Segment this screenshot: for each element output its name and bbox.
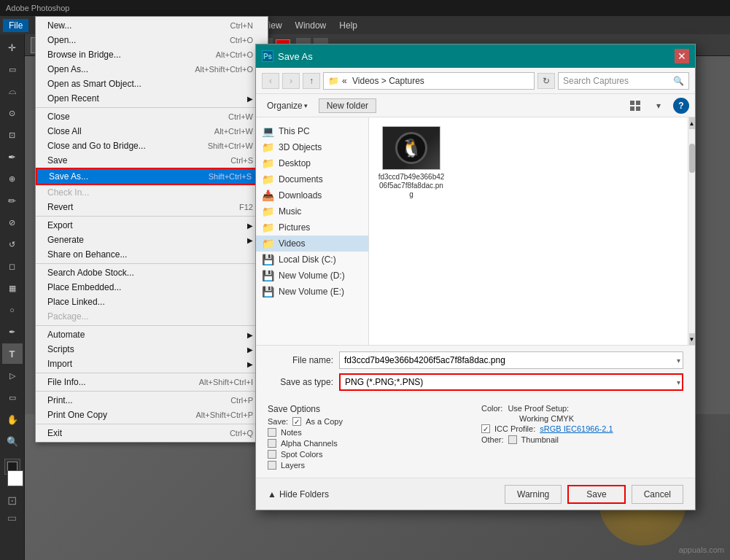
menu-file-info[interactable]: File Info... Alt+Shift+Ctrl+I <box>36 375 268 389</box>
layers-checkbox[interactable] <box>268 461 276 470</box>
file-item-png[interactable]: 🐧 fd3ccd7b49e366b4206f5ac7f8fa8dac.png <box>375 123 448 202</box>
tool-dodge[interactable]: ○ <box>2 300 23 320</box>
sidebar-desktop[interactable]: 📁 Desktop <box>256 155 368 171</box>
scroll-up-arrow[interactable]: ▲ <box>689 117 695 129</box>
menu-new[interactable]: New... Ctrl+N <box>36 18 268 33</box>
menu-open-as[interactable]: Open As... Alt+Shift+Ctrl+O <box>36 62 268 77</box>
filename-input[interactable] <box>339 351 683 369</box>
alpha-channels-checkbox[interactable] <box>268 439 276 448</box>
sidebar-downloads[interactable]: 📥 Downloads <box>256 187 368 203</box>
scrollbar[interactable]: ▲ ▼ <box>688 117 695 345</box>
sidebar-new-volume-e[interactable]: 💾 New Volume (E:) <box>256 284 368 300</box>
sidebar-music[interactable]: 📁 Music <box>256 203 368 219</box>
nav-search-box[interactable]: Search Captures 🔍 <box>558 72 689 90</box>
tool-move[interactable]: ✛ <box>2 37 23 58</box>
menu-close-all[interactable]: Close All Alt+Ctrl+W <box>36 124 268 139</box>
menu-share-behance[interactable]: Share on Behance... <box>36 247 268 262</box>
other-label: Other: <box>481 435 504 444</box>
color-row: Color: Use Proof Setup: <box>481 404 683 413</box>
icc-profile-value[interactable]: sRGB IEC61966-2.1 <box>540 424 613 433</box>
menu-file[interactable]: File <box>3 19 28 32</box>
screen-mode-btn[interactable]: ▭ <box>7 512 17 524</box>
menu-export[interactable]: Export ▶ <box>36 218 268 233</box>
tool-shape[interactable]: ▭ <box>2 387 23 408</box>
menu-save[interactable]: Save Ctrl+S <box>36 153 268 168</box>
new-folder-button[interactable]: New folder <box>319 98 376 113</box>
nav-back-button[interactable]: ‹ <box>262 73 279 89</box>
sidebar-new-volume-d[interactable]: 💾 New Volume (D:) <box>256 268 368 284</box>
tool-path-select[interactable]: ▷ <box>2 365 23 386</box>
hide-folders-button[interactable]: ▲ Hide Folders <box>268 489 329 499</box>
menu-print-one[interactable]: Print One Copy Alt+Shift+Ctrl+P <box>36 408 268 422</box>
tool-quick-select[interactable]: ⊙ <box>2 103 23 123</box>
sidebar-documents[interactable]: 📁 Documents <box>256 171 368 187</box>
menu-close[interactable]: Close Ctrl+W <box>36 109 268 124</box>
cancel-button[interactable]: Cancel <box>632 485 683 504</box>
nav-refresh-button[interactable]: ↻ <box>537 73 555 89</box>
view-options-button[interactable] <box>626 98 644 114</box>
menu-open-smart[interactable]: Open as Smart Object... <box>36 77 268 91</box>
menu-print[interactable]: Print... Ctrl+P <box>36 393 268 408</box>
thumbnail-circle: 🐧 <box>395 132 427 164</box>
tool-zoom[interactable]: 🔍 <box>2 431 23 451</box>
menu-generate[interactable]: Generate ▶ <box>36 233 268 247</box>
notes-row: Notes <box>268 428 470 437</box>
menu-automate[interactable]: Automate ▶ <box>36 327 268 342</box>
tool-brush[interactable]: ✏ <box>2 190 23 211</box>
nav-up-button[interactable]: ↑ <box>303 73 320 89</box>
menu-open-recent[interactable]: Open Recent ▶ <box>36 91 268 106</box>
menu-close-bridge[interactable]: Close and Go to Bridge... Shift+Ctrl+W <box>36 139 268 153</box>
menu-search-stock[interactable]: Search Adobe Stock... <box>36 265 268 280</box>
menu-window[interactable]: Window <box>290 19 333 32</box>
menu-revert[interactable]: Revert F12 <box>36 200 268 214</box>
dialog-files: 🐧 fd3ccd7b49e366b4206f5ac7f8fa8dac.png <box>369 117 688 345</box>
view-dropdown-button[interactable]: ▾ <box>650 98 667 114</box>
sidebar-pictures[interactable]: 📁 Pictures <box>256 219 368 236</box>
tool-history-brush[interactable]: ↺ <box>2 234 23 254</box>
menu-help[interactable]: Help <box>333 19 363 32</box>
sidebar-local-disk-c[interactable]: 💾 Local Disk (C:) <box>256 252 368 268</box>
notes-checkbox[interactable] <box>268 428 276 437</box>
filename-row: File name: ▾ <box>268 351 683 369</box>
menu-place-embedded[interactable]: Place Embedded... <box>36 280 268 295</box>
savetype-select[interactable]: PNG (*.PNG;*.PNS) <box>339 373 683 391</box>
icc-profile-checkbox[interactable] <box>481 424 490 433</box>
scroll-thumb[interactable] <box>689 144 695 173</box>
nav-path-bar[interactable]: 📁 « Videos > Captures <box>323 72 535 90</box>
sidebar-this-pc[interactable]: 💻 This PC <box>256 123 368 139</box>
tool-marquee[interactable]: ▭ <box>2 59 23 79</box>
organize-button[interactable]: Organize ▾ <box>262 98 313 113</box>
menu-exit[interactable]: Exit Ctrl+Q <box>36 426 268 440</box>
save-button[interactable]: Save <box>567 485 625 504</box>
dialog-close-button[interactable]: ✕ <box>675 49 689 63</box>
menu-place-linked[interactable]: Place Linked... <box>36 295 268 309</box>
tool-hand[interactable]: ✋ <box>2 409 23 429</box>
sidebar-3d-objects[interactable]: 📁 3D Objects <box>256 139 368 155</box>
thumbnail-checkbox[interactable] <box>508 435 517 444</box>
tool-gradient[interactable]: ▦ <box>2 278 23 298</box>
bg-color-swatch[interactable] <box>7 470 23 486</box>
tool-crop[interactable]: ⊡ <box>2 125 23 145</box>
tool-text[interactable]: T <box>2 343 23 364</box>
spot-colors-checkbox[interactable] <box>268 450 276 459</box>
as-copy-checkbox[interactable] <box>292 417 301 426</box>
tool-clone[interactable]: ⊘ <box>2 212 23 233</box>
tool-eyedropper[interactable]: ✒ <box>2 147 23 167</box>
tool-eraser[interactable]: ◻ <box>2 256 23 276</box>
sidebar-videos[interactable]: 📁 Videos <box>256 236 368 252</box>
menu-scripts[interactable]: Scripts ▶ <box>36 342 268 357</box>
scroll-down-arrow[interactable]: ▼ <box>689 333 695 345</box>
quick-mask-btn[interactable]: ⊡ <box>7 494 17 508</box>
tool-spot-heal[interactable]: ⊕ <box>2 168 23 189</box>
menu-import[interactable]: Import ▶ <box>36 357 268 371</box>
folder-icon: 📁 <box>262 141 274 153</box>
nav-forward-button[interactable]: › <box>282 73 300 89</box>
menu-save-as[interactable]: Save As... Shift+Ctrl+S <box>36 168 268 185</box>
filename-label: File name: <box>268 355 333 365</box>
tool-lasso[interactable]: ⌓ <box>2 81 23 101</box>
menu-browse-bridge[interactable]: Browse in Bridge... Alt+Ctrl+O <box>36 47 268 62</box>
warning-button[interactable]: Warning <box>505 485 562 504</box>
tool-pen[interactable]: ✒ <box>2 322 23 342</box>
help-button[interactable]: ? <box>673 98 689 114</box>
menu-open[interactable]: Open... Ctrl+O <box>36 33 268 47</box>
